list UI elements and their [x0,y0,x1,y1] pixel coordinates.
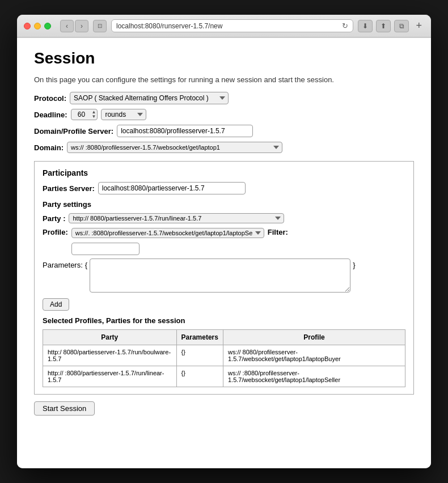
participants-table: Party Parameters Profile http:/ 8080/par… [43,329,405,387]
parties-server-label: Parties Server: [43,184,95,193]
party-select[interactable]: http:// 8080/partiesserver-1.5.7/run/lin… [69,213,284,223]
domain-label: Domain: [34,143,64,152]
profile-select[interactable]: ws://. :8080/profilesserver-1.5.7/websoc… [71,228,264,238]
table-cell-party: http:// :8080/partiesserver-1.5.7/run/li… [43,366,177,387]
parties-server-row: Parties Server: [43,182,405,194]
view-button[interactable]: ⊡ [93,20,107,32]
profile-row: Profile: ws://. :8080/profilesserver-1.5… [43,228,405,255]
table-row: http:// :8080/partiesserver-1.5.7/run/li… [43,366,405,387]
start-session-button[interactable]: Start Session [34,401,95,416]
nav-buttons: ‹ › [60,20,88,32]
table-header: Party Parameters Profile [43,330,405,345]
domain-profile-input[interactable] [117,125,253,137]
browser-window: ‹ › ⊡ localhost:8080/runserver-1.5.7/new… [17,15,431,468]
deadline-row: Deadline: 60 ▲ ▼ rounds [34,109,414,120]
spinner-arrows: ▲ ▼ [92,110,96,119]
table-cell-profile: ws:// 8080/profilesserver-1.5.7/websocke… [223,345,405,366]
domain-select[interactable]: ws:// :8080/profilesserver-1.5.7/websock… [67,142,282,153]
domain-profile-label: Domain/Profile Server: [34,127,113,135]
url-text: localhost:8080/runserver-1.5.7/new [116,22,339,30]
participants-section-title: Participants [43,168,405,177]
col-profile: Profile [223,330,405,345]
toolbar-right: ⬇ ⬆ ⧉ [358,20,409,32]
parameters-row: Parameters: { } [43,259,405,293]
deadline-label: Deadline: [34,111,67,119]
description: On this page you can configure the setti… [34,75,414,84]
forward-button[interactable]: › [75,20,88,32]
refresh-icon[interactable]: ↻ [342,22,348,30]
filter-input[interactable] [71,243,140,255]
tile-button[interactable]: ⧉ [394,20,409,32]
page-content: Session On this page you can configure t… [17,37,431,468]
protocol-label: Protocol: [34,94,66,103]
page-title: Session [34,49,414,67]
deadline-down-arrow[interactable]: ▼ [92,115,96,119]
maximize-button[interactable] [44,23,51,29]
table-cell-parameters: {} [176,366,223,387]
party-settings-title: Party settings [43,200,405,209]
protocol-row: Protocol: SAOP ( Stacked Alternating Off… [34,92,414,104]
parameters-open-brace: { [85,259,87,269]
table-cell-profile: ws:// :8080/profilesserver-1.5.7/websock… [223,366,405,387]
table-body: http:/ 8080/partiesserver-1.5.7/run/boul… [43,345,405,387]
profile-filter-group: ws://. :8080/profilesserver-1.5.7/websoc… [71,228,264,255]
parties-server-input[interactable] [98,182,246,194]
deadline-unit-select[interactable]: rounds [101,109,146,120]
close-button[interactable] [24,23,31,29]
selected-profiles-title: Selected Profiles, Parties for the sessi… [43,316,405,325]
filter-label: Filter: [268,228,288,236]
parameters-label: Parameters: [43,259,83,269]
download-button[interactable]: ⬇ [358,20,373,32]
add-button[interactable]: Add [43,298,69,311]
participants-section: Participants Parties Server: Party setti… [34,161,414,395]
address-bar[interactable]: localhost:8080/runserver-1.5.7/new ↻ [111,19,353,32]
deadline-spinner: 60 ▲ ▼ [71,109,98,120]
table-cell-parameters: {} [176,345,223,366]
table-row: http:/ 8080/partiesserver-1.5.7/run/boul… [43,345,405,366]
domain-row: Domain: ws:// :8080/profilesserver-1.5.7… [34,142,414,153]
profile-label: Profile: [43,228,68,236]
protocol-select[interactable]: SAOP ( Stacked Alternating Offers Protoc… [70,92,229,104]
parameters-textarea[interactable] [90,259,350,293]
party-row: Party : http:// 8080/partiesserver-1.5.7… [43,213,405,223]
traffic-lights [24,23,51,29]
deadline-value: 60 [73,111,91,118]
parameters-close-brace: } [353,259,355,269]
back-button[interactable]: ‹ [60,20,74,32]
col-party: Party [43,330,177,345]
party-label: Party : [43,214,65,223]
domain-profile-row: Domain/Profile Server: [34,125,414,137]
titlebar: ‹ › ⊡ localhost:8080/runserver-1.5.7/new… [17,15,431,37]
minimize-button[interactable] [34,23,41,29]
new-tab-button[interactable]: + [413,20,424,32]
table-cell-party: http:/ 8080/partiesserver-1.5.7/run/boul… [43,345,177,366]
col-parameters: Parameters [176,330,223,345]
share-button[interactable]: ⬆ [376,20,391,32]
